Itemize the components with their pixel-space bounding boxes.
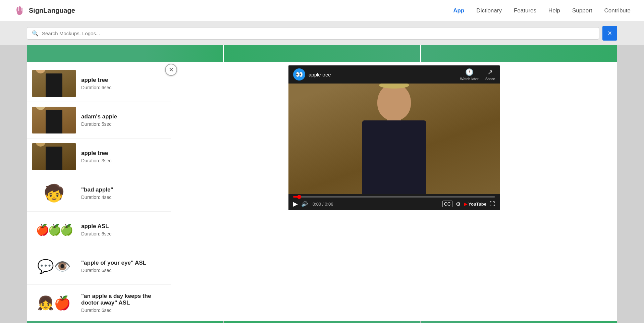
list-item[interactable]: 💬👁️ "apple of your eye" ASL Duration: 6s… xyxy=(27,248,171,285)
captions-button[interactable]: CC xyxy=(442,201,452,207)
list-item-title: "apple of your eye" ASL xyxy=(81,260,165,266)
list-item-info: apple tree Duration: 6sec xyxy=(81,77,165,90)
video-frame xyxy=(288,84,500,194)
list-item-duration: Duration: 6sec xyxy=(81,308,165,313)
list-item-duration: Duration: 4sec xyxy=(81,195,165,200)
bottom-strip-item xyxy=(421,321,617,323)
list-item-title: apple tree xyxy=(81,77,165,84)
search-close-button[interactable]: × xyxy=(602,26,617,41)
video-area: 👀 apple tree 🕐 Watch later ↗ Share xyxy=(171,45,617,321)
list-item[interactable]: 👧🍎 "an apple a day keeps the doctor away… xyxy=(27,285,171,321)
play-button[interactable]: ▶ xyxy=(293,200,298,208)
list-item-duration: Duration: 6sec xyxy=(81,85,165,90)
nav-item-app[interactable]: App xyxy=(453,7,464,14)
header: SignLanguage App Dictionary Features Hel… xyxy=(0,0,644,21)
list-item[interactable]: 🍎🍏🍏 apple ASL Duration: 6sec xyxy=(27,212,171,248)
list-item[interactable]: 🧒 "bad apple" Duration: 4sec xyxy=(27,175,171,212)
share-button[interactable]: ↗ Share xyxy=(485,68,495,81)
thumb-person-figure xyxy=(46,110,62,133)
video-actions: 🕐 Watch later ↗ Share xyxy=(460,68,495,81)
time-display: 0:00 / 0:06 xyxy=(313,202,333,207)
progress-bar-container[interactable] xyxy=(293,196,495,198)
list-item-info: "apple of your eye" ASL Duration: 6sec xyxy=(81,260,165,273)
thumb-person-figure xyxy=(46,147,62,170)
video-controls: ▶ 🔊 0:00 / 0:06 CC ⚙ ▶ YouTube xyxy=(288,194,500,210)
controls-row: ▶ 🔊 0:00 / 0:06 CC ⚙ ▶ YouTube xyxy=(293,200,495,208)
person-head xyxy=(377,84,411,120)
video-person-figure xyxy=(347,90,441,194)
share-icon: ↗ xyxy=(487,68,493,76)
thumb-person xyxy=(32,107,76,133)
bottom-strip-item xyxy=(27,321,223,323)
list-item-info: "bad apple" Duration: 4sec xyxy=(81,186,165,200)
list-item-info: "an apple a day keeps the doctor away" A… xyxy=(81,293,165,313)
nav-item-support[interactable]: Support xyxy=(572,7,592,14)
logo-area: SignLanguage xyxy=(13,5,75,17)
settings-button[interactable]: ⚙ xyxy=(456,201,461,207)
thumb-person xyxy=(32,143,76,170)
bottom-strip xyxy=(27,321,617,323)
total-time: 0:06 xyxy=(325,202,333,207)
person-body xyxy=(362,120,426,194)
right-controls: CC ⚙ ▶ YouTube ⛶ xyxy=(442,201,495,207)
list-item-title: "an apple a day keeps the doctor away" A… xyxy=(81,293,165,306)
list-item[interactable]: apple tree Duration: 3sec xyxy=(27,139,171,175)
avatar-emoji: 👀 xyxy=(296,71,303,78)
fullscreen-button[interactable]: ⛶ xyxy=(490,201,495,207)
progress-bar-fill xyxy=(293,196,299,198)
list-item-info: apple tree Duration: 3sec xyxy=(81,150,165,163)
youtube-logo: ▶ YouTube xyxy=(464,202,486,207)
volume-button[interactable]: 🔊 xyxy=(301,201,308,207)
list-item-thumbnail xyxy=(32,70,76,97)
list-item-illustration: 👧🍎 xyxy=(32,289,76,316)
list-item[interactable]: apple tree Duration: 6sec xyxy=(27,65,171,102)
video-player: 👀 apple tree 🕐 Watch later ↗ Share xyxy=(288,65,500,210)
logo-text: SignLanguage xyxy=(29,7,75,14)
list-item-duration: Duration: 3sec xyxy=(81,158,165,163)
list-item-title: apple ASL xyxy=(81,223,165,230)
video-header: 👀 apple tree 🕐 Watch later ↗ Share xyxy=(288,65,500,84)
list-item-title: adam's apple xyxy=(81,113,165,120)
nav-item-features[interactable]: Features xyxy=(514,7,536,14)
nav-item-dictionary[interactable]: Dictionary xyxy=(476,7,502,14)
thumb-person-head xyxy=(36,143,46,147)
list-item-illustration: 💬👁️ xyxy=(32,253,76,280)
youtube-icon: ▶ xyxy=(464,202,467,207)
main-content: apple tree Duration: 6sec adam's apple D… xyxy=(27,45,617,321)
list-panel: apple tree Duration: 6sec adam's apple D… xyxy=(27,45,171,321)
logo-icon xyxy=(13,5,25,17)
search-input[interactable] xyxy=(42,31,594,36)
bottom-strip-item xyxy=(224,321,420,323)
search-bar: 🔍 xyxy=(27,27,599,40)
list-item-duration: Duration: 6sec xyxy=(81,268,165,273)
list-item-thumbnail xyxy=(32,107,76,133)
main-nav: App Dictionary Features Help Support Con… xyxy=(453,7,631,14)
current-time: 0:00 xyxy=(313,202,321,207)
nav-item-help[interactable]: Help xyxy=(548,7,560,14)
search-bar-area: 🔍 × xyxy=(0,21,644,45)
search-icon: 🔍 xyxy=(32,30,39,37)
video-close-button[interactable]: ✕ xyxy=(165,64,177,76)
list-item-illustration: 🍎🍏🍏 xyxy=(32,216,76,243)
video-title: apple tree xyxy=(309,72,457,77)
thumb-person-head xyxy=(36,70,46,73)
youtube-label: YouTube xyxy=(468,202,486,207)
list-item-title: "bad apple" xyxy=(81,186,165,193)
watch-later-button[interactable]: 🕐 Watch later xyxy=(460,68,478,81)
list-item[interactable]: adam's apple Duration: 5sec xyxy=(27,102,171,139)
list-item-info: adam's apple Duration: 5sec xyxy=(81,113,165,127)
thumb-person-head xyxy=(36,107,46,110)
nav-item-contribute[interactable]: Contribute xyxy=(604,7,631,14)
share-label: Share xyxy=(485,77,495,81)
list-item-illustration: 🧒 xyxy=(32,180,76,207)
clock-icon: 🕐 xyxy=(465,68,474,76)
list-item-info: apple ASL Duration: 6sec xyxy=(81,223,165,236)
channel-avatar: 👀 xyxy=(293,68,305,80)
progress-dot xyxy=(297,195,301,199)
thumb-person-figure xyxy=(46,73,62,97)
thumb-person xyxy=(32,70,76,97)
list-item-thumbnail xyxy=(32,143,76,170)
list-item-title: apple tree xyxy=(81,150,165,157)
watch-later-label: Watch later xyxy=(460,77,478,81)
list-item-duration: Duration: 5sec xyxy=(81,121,165,127)
